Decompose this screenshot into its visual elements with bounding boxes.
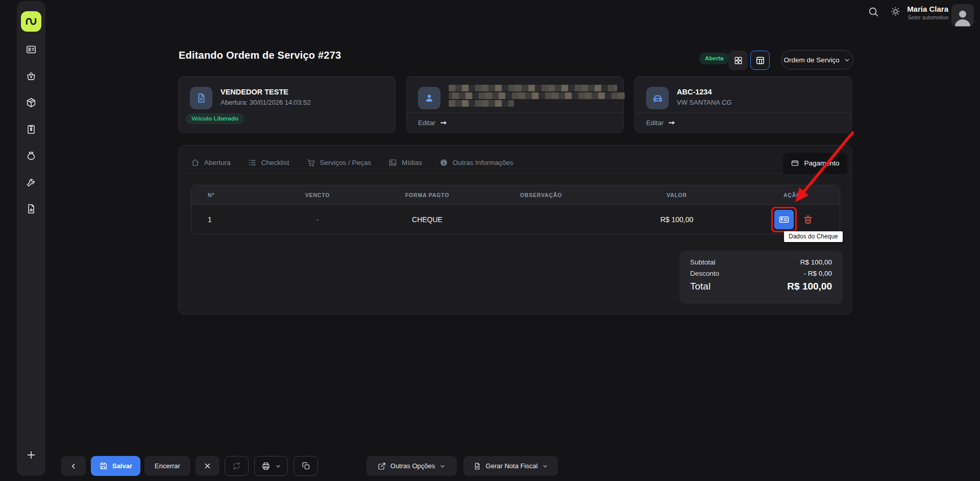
save-button[interactable]: Salvar: [91, 456, 140, 476]
invoice-icon: [26, 124, 37, 135]
cheque-icon: [778, 214, 790, 225]
payment-num: 1: [191, 215, 253, 224]
payment-table: Nº VENCTO FORMA PAGTO OBSERVAÇÃO VALOR A…: [191, 185, 840, 234]
col-num: Nº: [191, 192, 253, 198]
repeat-button[interactable]: [225, 456, 249, 476]
payment-due: -: [253, 215, 382, 224]
id-card-icon: [26, 44, 37, 55]
duplicate-button[interactable]: [293, 456, 318, 476]
tab-label: Serviços / Peças: [320, 159, 372, 166]
vehicle-plate: ABC-1234: [677, 88, 731, 96]
wallet-icon: [791, 159, 799, 167]
payment-method: CHEQUE: [382, 215, 472, 224]
finish-label: Encerrar: [155, 462, 180, 470]
trash-icon: [803, 214, 813, 225]
tab-servicos-pecas[interactable]: Serviços / Peças: [307, 158, 372, 167]
discount-value: - R$ 0,00: [803, 270, 832, 277]
sidebar-item-billing[interactable]: [26, 124, 37, 135]
search-icon: [868, 6, 879, 17]
payment-row: 1 - CHEQUE R$ 100,00 Dados do Cheque: [191, 205, 840, 234]
redacted-customer-info: [449, 85, 625, 109]
vendor-name: VENDEDOR TESTE: [220, 88, 310, 96]
vendor-card: VENDEDOR TESTE Abertura: 30/01/2026 14:0…: [178, 76, 396, 133]
tab-label: Checklist: [261, 159, 289, 166]
save-label: Salvar: [112, 462, 132, 470]
user-info[interactable]: Maria Clara Setor automotivo: [907, 5, 948, 20]
total-label: Total: [690, 281, 710, 292]
tab-pagamento[interactable]: Pagamento: [783, 153, 847, 174]
image-icon: [388, 158, 397, 167]
discount-label: Desconto: [690, 270, 719, 277]
generate-invoice-button[interactable]: Gerar Nota Fiscal: [463, 456, 558, 476]
money-bag-icon: [26, 150, 37, 161]
back-button[interactable]: [61, 456, 86, 476]
grid-view-button[interactable]: [728, 51, 748, 70]
cart-icon: [307, 158, 315, 167]
delete-payment-button[interactable]: [803, 214, 813, 225]
table-view-button[interactable]: [750, 51, 770, 70]
tab-midias[interactable]: Mídias: [388, 158, 422, 167]
sidebar: [17, 1, 45, 476]
tab-label: Pagamento: [804, 159, 839, 167]
status-badge: Aberta: [699, 53, 729, 64]
theme-toggle-button[interactable]: [890, 6, 901, 17]
generate-invoice-label: Gerar Nota Fiscal: [486, 462, 538, 470]
edit-label: Editar: [418, 119, 435, 127]
plus-icon: [26, 449, 37, 461]
sidebar-item-sales[interactable]: [26, 70, 37, 82]
table-view-icon: [755, 56, 765, 65]
customer-edit-link[interactable]: Editar: [407, 112, 623, 132]
sidebar-item-finance[interactable]: [26, 150, 37, 161]
copy-icon: [302, 462, 310, 470]
totals-summary: Subtotal R$ 100,00 Desconto - R$ 0,00 To…: [679, 251, 843, 304]
grid-view-icon: [733, 56, 743, 65]
vehicle-edit-link[interactable]: Editar: [635, 112, 851, 132]
tab-outras-informacoes[interactable]: Outras Informações: [439, 158, 513, 167]
order-detail-panel: Abertura Checklist Serviços / Peças Mídi…: [178, 145, 852, 315]
external-link-icon: [378, 462, 386, 470]
app-logo[interactable]: [21, 11, 41, 32]
document-tile: [190, 87, 212, 109]
file-text-icon: [195, 92, 207, 104]
chevron-left-icon: [69, 462, 78, 470]
tabs-divider: [179, 173, 851, 174]
other-options-button[interactable]: Outras Opções: [366, 456, 457, 476]
cheque-data-button[interactable]: [774, 210, 794, 229]
arrow-right-icon: [439, 119, 447, 127]
tab-abertura[interactable]: Abertura: [191, 158, 231, 167]
avatar[interactable]: [951, 4, 974, 27]
col-valor: VALOR: [610, 192, 744, 198]
chevron-down-icon: [542, 463, 548, 469]
cancel-button[interactable]: [195, 456, 219, 476]
sidebar-item-reports[interactable]: [26, 203, 37, 214]
col-acao: AÇÃO: [744, 192, 841, 198]
sidebar-item-customers[interactable]: [26, 44, 37, 55]
logo-squiggle-icon: [24, 15, 38, 28]
person-icon: [424, 92, 435, 104]
finish-button[interactable]: Encerrar: [144, 456, 190, 476]
page-title: Editando Ordem de Serviço #273: [179, 50, 341, 61]
tab-checklist[interactable]: Checklist: [248, 158, 289, 167]
col-observacao: OBSERVAÇÃO: [472, 192, 610, 198]
package-icon: [26, 97, 37, 108]
sidebar-item-services[interactable]: [26, 177, 37, 188]
chevron-down-icon: [439, 463, 446, 469]
sidebar-item-products[interactable]: [26, 97, 37, 108]
search-button[interactable]: [868, 6, 879, 17]
close-icon: [204, 462, 211, 470]
wrench-icon: [26, 177, 37, 188]
print-button[interactable]: [254, 456, 288, 476]
vehicle-model: VW SANTANA CG: [677, 99, 731, 106]
redacted-text: [449, 92, 625, 99]
redacted-text: [449, 100, 514, 107]
house-icon: [191, 158, 200, 167]
list-icon: [248, 158, 257, 167]
entity-type-dropdown[interactable]: Ordem de Serviço: [781, 50, 853, 69]
other-options-label: Outras Opções: [390, 462, 435, 470]
subtotal-value: R$ 100,00: [800, 258, 832, 266]
chevron-down-icon: [275, 463, 281, 469]
tab-label: Outras Informações: [453, 159, 513, 166]
total-value: R$ 100,00: [787, 281, 832, 292]
sidebar-add-button[interactable]: [17, 449, 45, 461]
person-silhouette-icon: [953, 8, 972, 27]
